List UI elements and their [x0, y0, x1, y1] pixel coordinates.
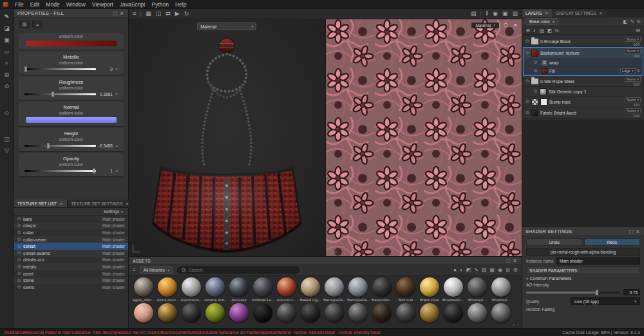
dock-icon[interactable]: ▢: [628, 229, 635, 234]
material-sphere-thumbnail[interactable]: [396, 303, 415, 322]
symmetry-tool-icon[interactable]: ◫: [4, 136, 10, 142]
layer-group-background-texture[interactable]: ⊙ Background_texture Norm▾ 100 ⊙ S warp: [524, 48, 643, 75]
material-picker-tool-icon[interactable]: ⊙: [5, 84, 10, 89]
material-asset[interactable]: Arcane Ara...: [204, 277, 226, 302]
texture-set-row[interactable]: ⊙ metals Main shader: [14, 263, 128, 270]
close-icon[interactable]: ×: [544, 11, 549, 15]
texture-set-row[interactable]: ⊙ stone Main shader: [14, 277, 128, 284]
material-asset[interactable]: [276, 303, 298, 322]
opacity-value[interactable]: 1: [99, 169, 113, 173]
visibility-eye-icon[interactable]: ⊙: [17, 278, 21, 283]
metallic-title[interactable]: Metallic: [22, 53, 120, 61]
perspective-view-icon[interactable]: ▦: [146, 11, 151, 17]
menu-item[interactable]: JavaScript: [117, 1, 149, 8]
add-effect-icon[interactable]: fx: [555, 28, 559, 33]
base-color-mode-label[interactable]: uniform color: [22, 34, 120, 41]
material-asset[interactable]: Bolt rust: [395, 277, 417, 302]
layer-row-fabric-bright-aged[interactable]: ⊙ Fabric Bright Aged Norm▾ 100: [524, 107, 643, 118]
channel-dropdown[interactable]: Base color▾: [526, 18, 558, 25]
search-input[interactable]: [189, 268, 295, 272]
metallic-value[interactable]: 0: [99, 67, 113, 71]
fill-mode-icon[interactable]: ▨: [19, 21, 30, 28]
layer-thumbnail[interactable]: [531, 50, 538, 57]
menu-item[interactable]: Mode: [43, 1, 62, 8]
texture-set-row[interactable]: ⊙ details-orn Main shader: [14, 257, 128, 264]
blend-mode-dropdown[interactable]: Norm▾: [625, 97, 641, 102]
clone-tool-icon[interactable]: ⊞: [5, 72, 10, 78]
material-asset[interactable]: [347, 303, 369, 322]
layer-thumbnail[interactable]: [540, 88, 547, 95]
ao-intensity-slider[interactable]: [526, 292, 620, 294]
projection-tool-icon[interactable]: ▣: [4, 37, 10, 43]
close-icon[interactable]: ×: [512, 257, 518, 264]
layer-opacity[interactable]: 100: [633, 103, 641, 107]
visibility-eye-icon[interactable]: ⊙: [534, 60, 538, 65]
material-sphere-thumbnail[interactable]: [253, 303, 272, 322]
material-sphere-thumbnail[interactable]: [396, 277, 415, 297]
material-asset[interactable]: [204, 303, 226, 322]
layer-stack-icon[interactable]: ≡: [115, 67, 118, 71]
lace-texture-2d[interactable]: [326, 19, 522, 256]
visibility-eye-icon[interactable]: ⊙: [526, 50, 529, 55]
material-sphere-thumbnail[interactable]: [348, 303, 368, 322]
texture-set-row[interactable]: ⊙ bars Main shader: [14, 216, 128, 223]
material-sphere-thumbnail[interactable]: [348, 277, 368, 297]
filter-layers-icon[interactable]: ◧: [623, 19, 627, 24]
material-asset[interactable]: [371, 303, 393, 322]
material-sphere-thumbnail[interactable]: [277, 303, 296, 322]
settings-gear-icon[interactable]: ⚙: [513, 267, 518, 273]
render-grid-icon[interactable]: ▤: [471, 11, 477, 17]
texture-set-row[interactable]: ⊙ pearl Main shader: [14, 270, 128, 277]
material-sphere-thumbnail[interactable]: [444, 277, 463, 297]
snapshot-icon[interactable]: ◉: [493, 11, 498, 17]
texture-set-row[interactable]: ⊙ swirls Main shader: [14, 284, 128, 291]
material-asset[interactable]: Alumi-num...: [156, 277, 178, 302]
material-asset[interactable]: Brushed...: [490, 277, 512, 302]
material-sphere-thumbnail[interactable]: [491, 277, 511, 297]
roughness-mode-label[interactable]: uniform color: [22, 86, 120, 92]
material-asset[interactable]: [252, 303, 274, 322]
tab-layers[interactable]: LAYERS×: [522, 9, 553, 17]
visibility-eye-icon[interactable]: ⊙: [17, 271, 21, 276]
material-asset[interactable]: Artificial Le...: [252, 277, 274, 302]
material-asset[interactable]: [180, 303, 202, 322]
tab-texture-set-settings[interactable]: TEXTURE SET SETTINGS×: [68, 200, 133, 207]
roughness-title[interactable]: Roughness: [22, 78, 120, 86]
texture-set-row[interactable]: ⊙ clasps Main shader: [14, 223, 128, 230]
material-sphere-thumbnail[interactable]: [205, 303, 225, 322]
video-capture-icon[interactable]: ▥: [512, 11, 518, 17]
normal-mode-label[interactable]: uniform color: [22, 111, 120, 117]
scroll-up-icon[interactable]: ↑: [517, 322, 520, 327]
texture-set-row[interactable]: ⊙ collar Main shader: [14, 229, 128, 236]
material-asset[interactable]: [490, 303, 512, 322]
layer-stack-icon[interactable]: ≡: [115, 92, 118, 97]
common-parameters-group[interactable]: ▾ Common Parameters: [526, 276, 640, 281]
height-mode-label[interactable]: uniform color: [22, 137, 120, 144]
visibility-eye-icon[interactable]: ⊙: [526, 79, 529, 84]
visibility-eye-icon[interactable]: ⊙: [17, 244, 21, 249]
material-sphere-thumbnail[interactable]: [134, 303, 153, 322]
material-asset[interactable]: Autumn L...: [276, 277, 298, 302]
texture-set-row[interactable]: ⊙ corset Main shader: [14, 243, 128, 250]
visibility-eye-icon[interactable]: ⊙: [17, 285, 21, 290]
close-icon[interactable]: ×: [598, 11, 603, 15]
layer-row-silk-generic[interactable]: ⊙ Silk Generic copy 1: [524, 87, 643, 97]
layer-row-silk-rope-steel[interactable]: ⊙ 0-Silk Rope Steel Norm▾ 100: [524, 76, 643, 87]
material-sphere-thumbnail[interactable]: [420, 303, 439, 322]
material-asset[interactable]: Aluminium...: [180, 277, 202, 302]
visibility-eye-icon[interactable]: ⊙: [534, 68, 538, 73]
dock-icon[interactable]: ▢: [502, 23, 509, 28]
material-sphere-thumbnail[interactable]: [372, 277, 392, 297]
material-sphere-thumbnail[interactable]: [253, 277, 272, 297]
close-icon[interactable]: ×: [59, 201, 64, 206]
viewport-3d[interactable]: Material▾: [129, 19, 326, 256]
material-sphere-thumbnail[interactable]: [229, 277, 249, 297]
material-sphere-thumbnail[interactable]: [158, 303, 177, 322]
material-mode-dropdown[interactable]: Material▾: [197, 23, 256, 30]
environments-filter-icon[interactable]: ◉: [498, 267, 502, 273]
textures-filter-icon[interactable]: ▦: [490, 267, 495, 273]
material-sphere-thumbnail[interactable]: [134, 277, 153, 297]
menu-item[interactable]: Python: [148, 1, 171, 8]
layer-effect-warp[interactable]: ⊙ S warp: [524, 59, 643, 67]
visibility-eye-icon[interactable]: ⊙: [17, 216, 21, 221]
